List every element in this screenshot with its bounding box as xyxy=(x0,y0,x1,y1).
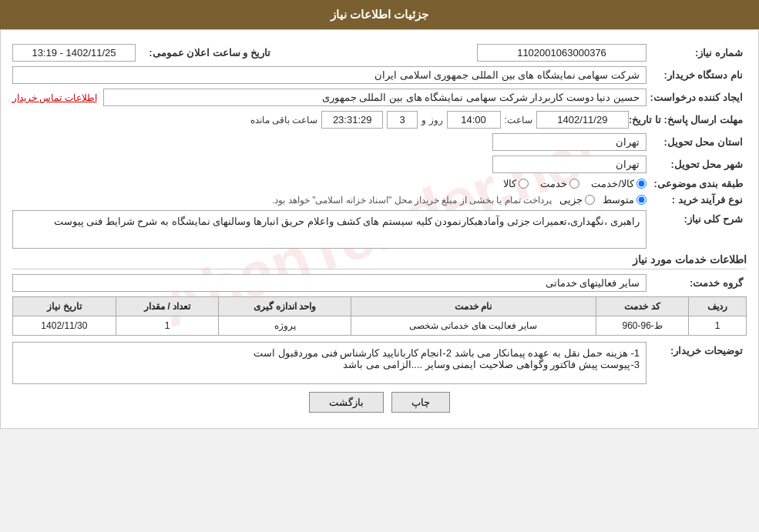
province-label: استان محل تحویل: xyxy=(646,136,747,148)
creator-label: ایجاد کننده درخواست: xyxy=(646,92,747,103)
action-buttons: چاپ بازگشت xyxy=(12,392,747,413)
general-desc-label: شرح کلی نیاز: xyxy=(646,213,747,225)
services-table: ردیف کد خدمت نام خدمت واحد اندازه گیری ت… xyxy=(12,296,747,336)
buyer-notes-value: 1- هزینه حمل نقل به عهده پیمانکار می باش… xyxy=(12,342,646,384)
table-row: 1ط-96-960سایر فعالیت های خدماتی شخصیپروژ… xyxy=(13,316,747,336)
category-kala-radio[interactable] xyxy=(519,179,529,189)
print-button[interactable]: چاپ xyxy=(391,392,450,413)
deadline-remaining-label: ساعت باقی مانده xyxy=(250,115,318,125)
process-label: نوع فرآیند خرید : xyxy=(646,194,747,206)
deadline-days-label: روز و xyxy=(421,115,442,125)
org-name-value: شرکت سهامی نمایشگاه های بین المللی جمهور… xyxy=(12,66,646,84)
deadline-date: 1402/11/29 xyxy=(536,111,629,129)
page-title: جزئیات اطلاعات نیاز xyxy=(331,8,428,21)
province-value: تهران xyxy=(492,133,646,151)
service-group-value: سایر فعالیتهای خدماتی xyxy=(12,274,646,292)
category-kala-khadamat-radio[interactable] xyxy=(636,179,646,189)
city-value: تهران xyxy=(492,156,646,173)
col-header-row: ردیف xyxy=(689,297,747,316)
contact-link[interactable]: اطلاعات تماس خریدار xyxy=(12,92,97,103)
services-info-title: اطلاعات خدمات مورد نیاز xyxy=(12,253,747,269)
category-khadamat-option[interactable]: خدمت xyxy=(540,178,579,189)
process-motawaset-label: متوسط xyxy=(603,194,634,206)
col-header-unit: واحد اندازه گیری xyxy=(219,297,351,316)
buyer-notes-label: توضیحات خریدار: xyxy=(646,345,747,356)
process-note: پرداخت تمام یا بخشی از مبلغ خریداز محل "… xyxy=(12,195,552,206)
need-number-label: شماره نیاز: xyxy=(646,47,747,59)
category-khadamat-radio[interactable] xyxy=(569,179,579,189)
process-motawaset-option[interactable]: متوسط xyxy=(603,194,646,206)
org-name-label: نام دستگاه خریدار: xyxy=(646,69,747,81)
category-label: طبقه بندی موضوعی: xyxy=(646,178,747,189)
category-radio-group: کالا/خدمت خدمت کالا xyxy=(503,178,646,189)
city-label: شهر محل تحویل: xyxy=(646,159,747,170)
general-desc-value: راهبری ،نگهداری،تعمیرات جزئی وآمادهبکارن… xyxy=(12,210,646,249)
need-number-value: 1102001063000376 xyxy=(477,44,646,62)
process-jozi-label: جزیی xyxy=(559,194,583,206)
col-header-code: کد خدمت xyxy=(596,297,688,316)
process-options: متوسط جزیی پرداخت تمام یا بخشی از مبلغ خ… xyxy=(12,194,646,206)
process-motawaset-radio[interactable] xyxy=(636,195,646,205)
col-header-qty: تعداد / مقدار xyxy=(116,297,219,316)
date-public-label: تاریخ و ساعت اعلان عمومی: xyxy=(136,47,274,59)
deadline-remaining: 23:31:29 xyxy=(321,111,383,129)
page-header: جزئیات اطلاعات نیاز xyxy=(0,0,759,29)
category-kala-option[interactable]: کالا xyxy=(503,178,529,189)
process-jozi-radio[interactable] xyxy=(585,195,595,205)
deadline-time: 14:00 xyxy=(447,111,501,129)
category-kala-khadamat-label: کالا/خدمت xyxy=(591,178,634,189)
deadline-days: 3 xyxy=(387,111,418,129)
deadline-label: مهلت ارسال پاسخ: تا تاریخ: xyxy=(629,114,747,125)
service-group-label: گروه خدمت: xyxy=(646,277,747,289)
category-kala-label: کالا xyxy=(503,178,516,189)
col-header-name: نام خدمت xyxy=(351,297,596,316)
category-khadamat-label: خدمت xyxy=(540,178,567,189)
deadline-time-label: ساعت: xyxy=(505,115,532,125)
back-button[interactable]: بازگشت xyxy=(309,392,384,413)
date-public-value: 1402/11/25 - 13:19 xyxy=(12,44,136,62)
creator-value: حسین دنیا دوست کاربردار شرکت سهامی نمایش… xyxy=(103,89,646,106)
col-header-date: تاریخ نیاز xyxy=(13,297,116,316)
process-jozi-option[interactable]: جزیی xyxy=(559,194,595,206)
category-kala-khadamat-option[interactable]: کالا/خدمت xyxy=(591,178,646,189)
